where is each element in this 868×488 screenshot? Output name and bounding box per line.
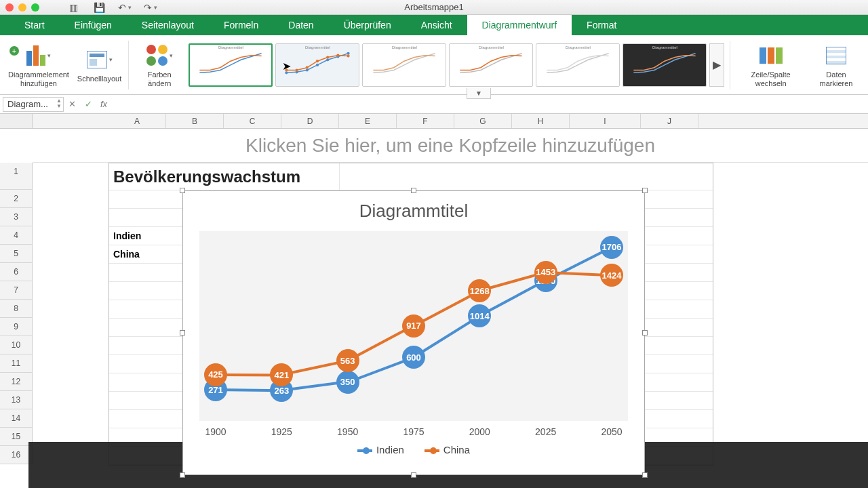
row-5[interactable]: 5 xyxy=(0,245,33,263)
page-header-hint[interactable]: Klicken Sie hier, um eine Kopfzeile hinz… xyxy=(33,129,868,163)
switch-rowcol-button[interactable]: Zeile/Spalte wechseln xyxy=(737,42,804,87)
minimize-icon[interactable] xyxy=(18,3,26,12)
chart-title[interactable]: Diagrammtitel xyxy=(183,191,644,226)
chart-data-point[interactable]: 1706 xyxy=(600,236,623,259)
row-8[interactable]: 8 xyxy=(0,300,33,318)
resize-handle[interactable] xyxy=(411,188,416,193)
chart-data-point[interactable]: 350 xyxy=(336,371,359,394)
quick-layout-button[interactable]: ▾ Schnelllayout xyxy=(77,46,121,83)
fx-icon[interactable]: fx xyxy=(100,99,107,109)
resize-handle[interactable] xyxy=(642,330,648,336)
col-I[interactable]: I xyxy=(570,114,641,128)
col-H[interactable]: H xyxy=(512,114,570,128)
close-icon[interactable] xyxy=(5,3,14,12)
col-D[interactable]: D xyxy=(281,114,339,128)
chart-data-point[interactable]: 425 xyxy=(204,363,227,386)
row-7[interactable]: 7 xyxy=(0,281,33,300)
page-layout-icon[interactable]: ▥ xyxy=(66,1,80,14)
row-3[interactable]: 3 xyxy=(0,208,33,226)
row-9[interactable]: 9 xyxy=(0,318,33,336)
row-6[interactable]: 6 xyxy=(0,263,33,281)
chart-x-tick: 2025 xyxy=(535,426,556,437)
tab-pagelayout[interactable]: Seitenlayout xyxy=(127,15,209,35)
redo-icon[interactable]: ↷▾ xyxy=(144,1,157,14)
chart-style-5[interactable]: Diagrammtitel xyxy=(536,43,620,87)
select-all-corner[interactable] xyxy=(0,114,33,128)
row-4[interactable]: 4 xyxy=(0,226,33,245)
tab-formulas[interactable]: Formeln xyxy=(209,15,273,35)
chart-data-point[interactable]: 563 xyxy=(336,349,359,372)
window-controls xyxy=(5,3,39,12)
style-gallery-next[interactable]: ▶ xyxy=(709,43,724,87)
row-2[interactable]: 2 xyxy=(0,190,33,208)
svg-point-6 xyxy=(347,52,350,54)
chart-data-point[interactable]: 1014 xyxy=(468,304,491,327)
resize-handle[interactable] xyxy=(180,472,185,478)
row-14[interactable]: 14 xyxy=(0,409,33,428)
resize-handle[interactable] xyxy=(411,472,416,478)
tab-review[interactable]: Überprüfen xyxy=(329,15,406,35)
change-colors-button[interactable]: ▾ Farben ändern xyxy=(136,42,184,87)
resize-handle[interactable] xyxy=(642,188,648,193)
tab-chartdesign[interactable]: Diagrammentwurf xyxy=(467,15,572,35)
switch-icon xyxy=(760,47,783,64)
chart-data-point[interactable]: 1424 xyxy=(600,264,623,287)
resize-handle[interactable] xyxy=(180,330,185,336)
resize-handle[interactable] xyxy=(180,188,185,193)
col-B[interactable]: B xyxy=(166,114,224,128)
separator xyxy=(128,41,129,89)
maximize-icon[interactable] xyxy=(31,3,39,12)
col-E[interactable]: E xyxy=(339,114,397,128)
chart-data-point[interactable]: 917 xyxy=(402,314,425,338)
style-gallery-more[interactable]: ▼ xyxy=(467,88,491,99)
cell-A1[interactable]: Bevölkerungswachstum xyxy=(109,163,340,190)
resize-handle[interactable] xyxy=(642,472,648,478)
tab-insert[interactable]: Einfügen xyxy=(60,15,127,35)
svg-point-13 xyxy=(347,54,350,57)
undo-icon[interactable]: ↶▾ xyxy=(118,1,132,14)
chart-data-point[interactable]: 421 xyxy=(270,363,293,386)
table-select-icon xyxy=(826,47,846,64)
name-box[interactable]: Diagram... ▲▼ xyxy=(3,97,64,112)
col-J[interactable]: J xyxy=(641,114,698,128)
chart-data-point[interactable]: 600 xyxy=(402,346,425,369)
cancel-formula-icon[interactable]: ✕ xyxy=(64,99,80,109)
row-13[interactable]: 13 xyxy=(0,391,33,409)
chart-style-3[interactable]: Diagrammtitel xyxy=(362,43,446,87)
save-icon[interactable]: 💾 xyxy=(92,1,106,14)
col-A[interactable]: A xyxy=(108,114,166,128)
tab-view[interactable]: Ansicht xyxy=(406,15,467,35)
chart-x-tick: 1900 xyxy=(205,426,226,437)
col-G[interactable]: G xyxy=(454,114,512,128)
tab-format[interactable]: Format xyxy=(572,15,631,35)
chart-style-2[interactable]: Diagrammtitel xyxy=(275,43,359,87)
tab-data[interactable]: Daten xyxy=(273,15,328,35)
row-15[interactable]: 15 xyxy=(0,428,33,446)
row-10[interactable]: 10 xyxy=(0,336,33,354)
row-12[interactable]: 12 xyxy=(0,373,33,391)
chart-plot-area[interactable]: 2712633506001014137017064254215639171268… xyxy=(199,231,628,421)
tab-start[interactable]: Start xyxy=(9,15,60,35)
chart-object[interactable]: Diagrammtitel 27126335060010141370170642… xyxy=(182,190,645,475)
row-11[interactable]: 11 xyxy=(0,354,33,373)
chart-style-4[interactable]: Diagrammtitel xyxy=(449,43,533,87)
row-1[interactable]: 1 xyxy=(0,163,33,190)
chart-data-point[interactable]: 1268 xyxy=(468,279,491,302)
chart-style-6[interactable]: Diagrammtitel xyxy=(623,43,707,87)
select-data-label: Daten markieren xyxy=(814,70,859,87)
add-chart-element-button[interactable]: + ▾ Diagrammelement hinzufügen xyxy=(5,42,72,87)
chart-data-point[interactable]: 1453 xyxy=(534,261,557,284)
row-16[interactable]: 16 xyxy=(0,446,33,464)
color-palette-icon xyxy=(146,45,167,66)
switch-rowcol-label: Zeile/Spalte wechseln xyxy=(741,70,800,87)
col-F[interactable]: F xyxy=(397,114,454,128)
quick-access-toolbar: ▥ 💾 ↶▾ ↷▾ xyxy=(66,1,157,14)
col-C[interactable]: C xyxy=(224,114,281,128)
legend-indien: Indien xyxy=(357,444,404,455)
chart-style-1[interactable]: Diagrammtitel xyxy=(189,43,273,87)
accept-formula-icon[interactable]: ✓ xyxy=(80,99,96,109)
select-data-button[interactable]: Daten markieren xyxy=(810,42,863,87)
titlebar: ▥ 💾 ↶▾ ↷▾ Arbeitsmappe1 xyxy=(0,0,868,15)
chart-x-tick: 2050 xyxy=(601,426,622,437)
change-colors-label: Farben ändern xyxy=(140,70,180,87)
